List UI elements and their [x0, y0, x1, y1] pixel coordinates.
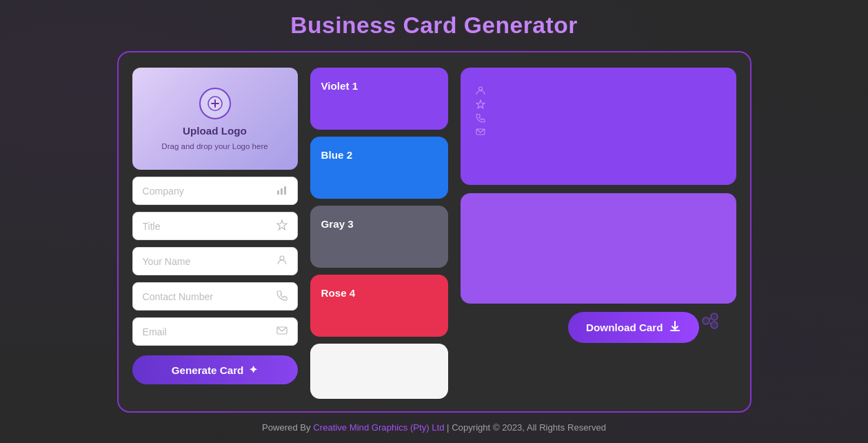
- right-column: Download Card: [461, 68, 736, 399]
- email-icon: [276, 325, 287, 338]
- theme-rose[interactable]: Rose 4: [310, 275, 448, 337]
- chart-icon: [276, 184, 287, 197]
- preview-email-row: [476, 127, 721, 137]
- svg-line-16: [709, 323, 711, 324]
- company-input[interactable]: [143, 186, 272, 197]
- copyright-text: | Copyright © 2023, All Rights Reserved: [447, 422, 606, 433]
- person-icon: [276, 255, 287, 268]
- theme-blue[interactable]: Blue 2: [310, 137, 448, 199]
- svg-rect-3: [277, 190, 279, 195]
- svg-point-12: [703, 317, 709, 324]
- preview-card-top: [461, 68, 736, 185]
- sparkle-icon: ✦: [249, 364, 258, 376]
- svg-marker-6: [277, 220, 287, 230]
- theme-gray-label: Gray 3: [321, 218, 354, 230]
- upload-area[interactable]: Upload Logo Drag and drop your Logo here: [132, 68, 298, 170]
- svg-point-13: [711, 313, 718, 320]
- upload-label: Upload Logo: [183, 125, 247, 137]
- theme-rose-label: Rose 4: [321, 287, 356, 299]
- title-field-wrapper: [132, 212, 298, 240]
- theme-column: Violet 1 Blue 2 Gray 3 Rose 4: [310, 68, 448, 399]
- theme-blue-label: Blue 2: [321, 149, 353, 161]
- footer: Powered By Creative Mind Graphics (Pty) …: [14, 413, 854, 438]
- svg-line-15: [709, 318, 711, 319]
- svg-marker-10: [476, 100, 485, 108]
- preview-star-row: [476, 99, 721, 109]
- download-icon: [669, 320, 681, 335]
- download-button[interactable]: Download Card: [568, 312, 698, 343]
- company-field-wrapper: [132, 177, 298, 205]
- title-input[interactable]: [143, 221, 272, 232]
- your-name-field-wrapper: [132, 247, 298, 275]
- star-icon: [276, 219, 287, 233]
- generate-button[interactable]: Generate Card ✦: [132, 355, 298, 384]
- email-input[interactable]: [143, 326, 272, 337]
- theme-violet-label: Violet 1: [321, 80, 359, 92]
- share-icons: [700, 311, 727, 331]
- powered-by-text: Powered By: [262, 422, 311, 433]
- svg-point-9: [478, 87, 482, 90]
- svg-rect-5: [284, 186, 286, 195]
- theme-gray[interactable]: Gray 3: [310, 206, 448, 268]
- brand-link[interactable]: Creative Mind Graphics (Pty) Ltd: [313, 422, 444, 433]
- generate-label: Generate Card: [172, 364, 244, 376]
- preview-icons: [476, 80, 721, 137]
- preview-name-row: [476, 86, 721, 95]
- svg-point-14: [711, 322, 718, 328]
- preview-phone-row: [476, 113, 721, 123]
- theme-violet[interactable]: Violet 1: [310, 68, 448, 130]
- main-container: Upload Logo Drag and drop your Logo here: [117, 51, 751, 413]
- phone-icon: [276, 290, 287, 303]
- svg-point-7: [280, 256, 284, 260]
- upload-plus-icon: [199, 88, 231, 119]
- download-label: Download Card: [586, 322, 663, 333]
- theme-white[interactable]: [310, 344, 448, 399]
- your-name-input[interactable]: [143, 256, 272, 267]
- email-field-wrapper: [132, 317, 298, 346]
- svg-rect-4: [281, 188, 283, 195]
- page-title: Business Card Generator: [290, 12, 577, 39]
- preview-card-bottom: [461, 193, 736, 304]
- left-column: Upload Logo Drag and drop your Logo here: [132, 68, 298, 399]
- contact-field-wrapper: [132, 282, 298, 311]
- upload-hint: Drag and drop your Logo here: [161, 142, 268, 150]
- contact-input[interactable]: [143, 291, 272, 302]
